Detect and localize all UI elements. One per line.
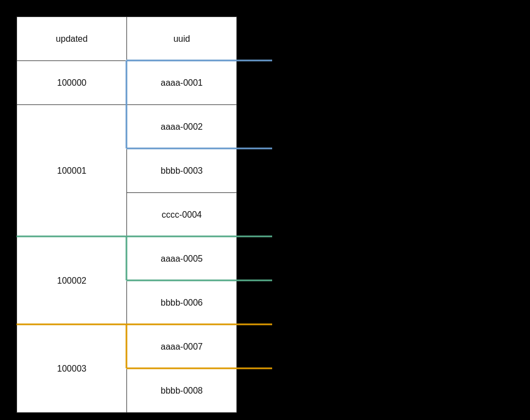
table-row: 100000 aaaa-0001 <box>17 61 237 105</box>
cell-uuid: bbbb-0008 <box>127 369 237 413</box>
cell-uuid: cccc-0004 <box>127 193 237 237</box>
cell-uuid: aaaa-0002 <box>127 105 237 149</box>
cell-uuid: aaaa-0005 <box>127 237 237 281</box>
cell-updated: 100002 <box>17 237 127 325</box>
cell-uuid: aaaa-0007 <box>127 325 237 369</box>
table-row: 100001 aaaa-0002 <box>17 105 237 149</box>
col-header-uuid: uuid <box>127 17 237 61</box>
cell-updated: 100003 <box>17 325 127 413</box>
cell-uuid: aaaa-0001 <box>127 61 237 105</box>
col-header-updated: updated <box>17 17 127 61</box>
data-table: updated uuid 100000 aaaa-0001 100001 aaa… <box>16 16 237 413</box>
table-row: 100003 aaaa-0007 <box>17 325 237 369</box>
table-row: 100002 aaaa-0005 <box>17 237 237 281</box>
cell-updated: 100000 <box>17 61 127 105</box>
cell-uuid: bbbb-0006 <box>127 281 237 325</box>
cell-uuid: bbbb-0003 <box>127 149 237 193</box>
cell-updated: 100001 <box>17 105 127 237</box>
